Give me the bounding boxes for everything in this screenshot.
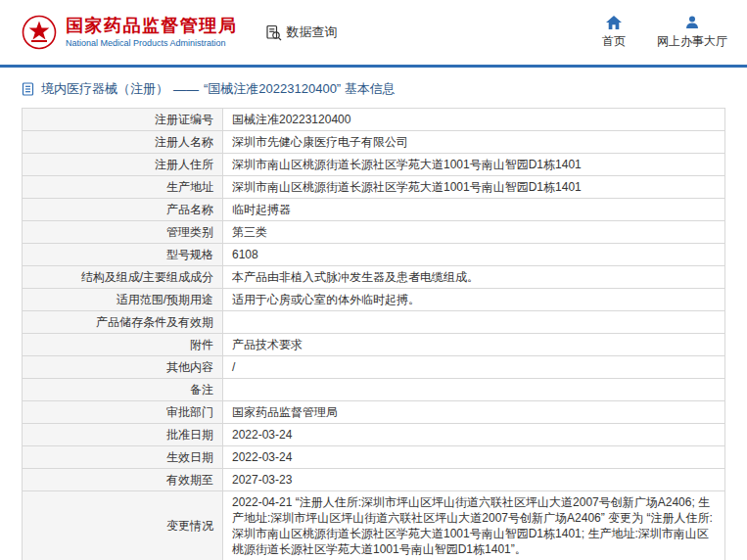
table-row: 其他内容/ — [23, 356, 725, 379]
row-value: / — [223, 356, 725, 379]
row-value: 深圳市南山区桃源街道长源社区学苑大道1001号南山智园D1栋1401 — [223, 176, 725, 199]
row-label: 适用范围/预期用途 — [23, 289, 223, 311]
row-label: 注册人住所 — [23, 154, 223, 176]
user-icon — [685, 15, 699, 29]
row-label: 其他内容 — [23, 356, 223, 379]
home-icon — [606, 15, 622, 29]
table-row: 批准日期2022-03-24 — [23, 424, 725, 446]
national-emblem-logo — [22, 15, 57, 50]
row-value — [223, 379, 725, 401]
breadcrumb: 境内医疗器械（注册） —— “国械注准20223120400” 基本信息 — [0, 68, 747, 108]
nav-data-query[interactable]: 数据查询 — [265, 23, 338, 41]
table-row: 生产地址深圳市南山区桃源街道长源社区学苑大道1001号南山智园D1栋1401 — [23, 176, 725, 199]
nav-service-hall-label: 网上办事大厅 — [657, 33, 727, 50]
table-row: 注册人名称深圳市先健心康医疗电子有限公司 — [23, 131, 725, 154]
table-row: 产品名称临时起搏器 — [23, 199, 725, 221]
row-value: 第三类 — [223, 221, 725, 244]
row-label: 产品储存条件及有效期 — [23, 311, 223, 334]
row-value: 2027-03-23 — [223, 469, 725, 491]
table-row: 生效日期2022-03-24 — [23, 446, 725, 469]
table-row: 有效期至2027-03-23 — [23, 469, 725, 491]
row-value: 深圳市南山区桃源街道长源社区学苑大道1001号南山智园D1栋1401 — [223, 154, 725, 176]
nav-service-hall[interactable]: 网上办事大厅 — [657, 15, 727, 50]
agency-name-en: National Medical Products Administration — [66, 38, 238, 48]
row-value: 深圳市先健心康医疗电子有限公司 — [223, 131, 725, 154]
table-row: 型号规格6108 — [23, 244, 725, 266]
breadcrumb-title: “国械注准20223120400” 基本信息 — [204, 80, 396, 98]
row-value: 国家药品监督管理局 — [223, 401, 725, 424]
table-row: 附件产品技术要求 — [23, 334, 725, 356]
header-right-nav: 首页 网上办事大厅 — [602, 15, 727, 50]
agency-name-cn: 国家药品监督管理局 — [66, 16, 238, 36]
row-label: 备注 — [23, 379, 223, 401]
row-value: 2022-03-24 — [223, 424, 725, 446]
row-label: 批准日期 — [23, 424, 223, 446]
row-value: 本产品由非植入式脉冲发生器及患者电缆组成。 — [223, 266, 725, 289]
nav-home[interactable]: 首页 — [602, 15, 626, 50]
breadcrumb-category[interactable]: 境内医疗器械（注册） — [41, 80, 168, 98]
table-row: 备注 — [23, 379, 725, 401]
row-value: 2022-03-24 — [223, 446, 725, 469]
row-label: 注册人名称 — [23, 131, 223, 154]
data-query-label: 数据查询 — [287, 23, 338, 41]
data-query-icon — [265, 24, 282, 41]
table-row: 审批部门国家药品监督管理局 — [23, 401, 725, 424]
table-row: 注册证编号国械注准20223120400 — [23, 109, 725, 131]
row-value: 临时起搏器 — [223, 199, 725, 221]
table-row: 适用范围/预期用途适用于心房或心室的体外临时起搏。 — [23, 289, 725, 311]
site-header: 国家药品监督管理局 National Medical Products Admi… — [0, 0, 747, 65]
row-label: 结构及组成/主要组成成分 — [23, 266, 223, 289]
table-row: 结构及组成/主要组成成分本产品由非植入式脉冲发生器及患者电缆组成。 — [23, 266, 725, 289]
row-label: 审批部门 — [23, 401, 223, 424]
row-label: 有效期至 — [23, 469, 223, 491]
row-label: 生产地址 — [23, 176, 223, 199]
table-row: 变更情况2022-04-21 “注册人住所:深圳市坪山区坪山街道六联社区坪山大道… — [23, 491, 725, 560]
registration-info-table: 注册证编号国械注准20223120400注册人名称深圳市先健心康医疗电子有限公司… — [22, 108, 725, 560]
table-row: 产品储存条件及有效期 — [23, 311, 725, 334]
row-label: 注册证编号 — [23, 109, 223, 131]
row-value: 2022-04-21 “注册人住所:深圳市坪山区坪山街道六联社区坪山大道2007… — [223, 491, 725, 560]
brand[interactable]: 国家药品监督管理局 National Medical Products Admi… — [22, 15, 238, 50]
row-value: 6108 — [223, 244, 725, 266]
row-label: 产品名称 — [23, 199, 223, 221]
row-label: 附件 — [23, 334, 223, 356]
row-value: 国械注准20223120400 — [223, 109, 725, 131]
row-value: 产品技术要求 — [223, 334, 725, 356]
brand-text: 国家药品监督管理局 National Medical Products Admi… — [66, 16, 238, 48]
row-label: 生效日期 — [23, 446, 223, 469]
row-label: 管理类别 — [23, 221, 223, 244]
row-value: 适用于心房或心室的体外临时起搏。 — [223, 289, 725, 311]
table-row: 注册人住所深圳市南山区桃源街道长源社区学苑大道1001号南山智园D1栋1401 — [23, 154, 725, 176]
row-value — [223, 311, 725, 334]
document-icon — [22, 82, 34, 96]
row-label: 变更情况 — [23, 491, 223, 560]
nav-home-label: 首页 — [602, 33, 626, 50]
table-row: 管理类别第三类 — [23, 221, 725, 244]
row-label: 型号规格 — [23, 244, 223, 266]
breadcrumb-separator: —— — [173, 82, 199, 97]
